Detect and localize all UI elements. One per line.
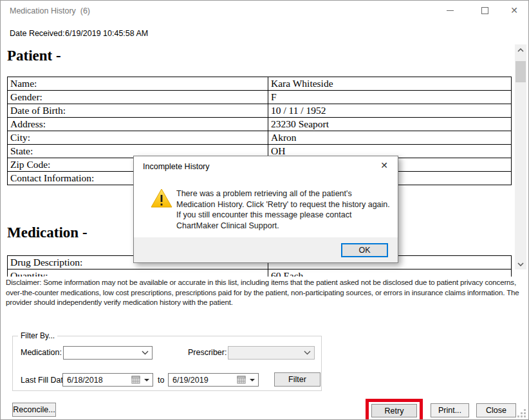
row-label: City: (8, 131, 268, 145)
medication-history-window: Medication History (6) ✕ Date Received: … (0, 0, 529, 420)
dialog-message: There was a problem retrieving all of th… (176, 188, 393, 231)
reconcile-button[interactable]: Reconcile... (12, 403, 56, 417)
title-bar: Medication History (6) ✕ (1, 1, 528, 21)
scroll-up-button[interactable] (515, 44, 526, 55)
incomplete-history-dialog: Incomplete History ✕ There was a problem… (133, 156, 398, 263)
retry-button[interactable]: Retry (371, 404, 417, 417)
table-row: City:Akron (8, 131, 512, 145)
close-button[interactable]: ✕ (501, 1, 527, 20)
dialog-footer: OK (134, 237, 398, 262)
chevron-down-icon (250, 379, 255, 381)
table-row: Address:23230 Seaport (8, 118, 512, 131)
to-date-picker[interactable]: 6/19/2019 (168, 373, 259, 387)
chevron-down-icon (304, 351, 311, 355)
warning-icon (151, 188, 172, 208)
row-value: F (268, 91, 512, 104)
maximize-button[interactable] (472, 1, 497, 20)
close-icon: ✕ (510, 6, 518, 15)
close-icon: ✕ (380, 160, 388, 170)
date-range-to-label: to (158, 376, 164, 385)
table-row: Name:Kara Whiteside (8, 77, 512, 91)
prescriber-filter-label: Prescriber: (188, 348, 227, 357)
chevron-down-icon (142, 351, 149, 355)
table-row: Date of Birth:10 / 11 / 1952 (8, 104, 512, 118)
chevron-up-icon (517, 48, 524, 52)
to-date-value: 6/19/2019 (172, 376, 209, 385)
row-label: Quantity: (8, 269, 268, 277)
medication-combobox[interactable] (63, 346, 153, 360)
row-label: Gender: (8, 91, 268, 104)
row-label: Address: (8, 118, 268, 131)
table-row: Quantity:60 Each (8, 269, 512, 277)
row-value: 23230 Seaport (268, 118, 512, 131)
from-date-value: 6/18/2018 (67, 376, 103, 385)
dialog-body: There was a problem retrieving all of th… (134, 176, 398, 239)
calendar-icon (131, 375, 141, 385)
dialog-close-button[interactable]: ✕ (375, 156, 394, 174)
disclaimer-text: Disclaimer: Some information may not be … (6, 278, 524, 308)
medication-filter-label: Medication: (21, 348, 62, 357)
date-received-row: Date Received: 6/19/2019 10:45:58 AM (10, 29, 64, 38)
ok-button-label: OK (358, 246, 370, 255)
row-label: Date of Birth: (8, 104, 268, 118)
close-dialog-button[interactable]: Close (476, 403, 516, 417)
calendar-icon (237, 375, 246, 385)
patient-heading: Patient - (7, 48, 61, 64)
prescriber-combobox[interactable] (228, 346, 315, 360)
minimize-icon (447, 10, 454, 11)
row-value: 60 Each (268, 269, 512, 277)
vertical-scrollbar[interactable] (515, 44, 526, 269)
scroll-down-button[interactable] (515, 259, 526, 269)
date-received-label: Date Received: (10, 29, 64, 38)
window-title: Medication History (6) (10, 6, 90, 15)
date-received-value: 6/19/2019 10:45:58 AM (65, 29, 148, 38)
medication-heading: Medication - (7, 224, 88, 241)
ok-button[interactable]: OK (341, 243, 388, 257)
resize-grip-icon[interactable] (517, 408, 526, 417)
from-date-picker[interactable]: 6/18/2018 (62, 373, 153, 387)
chevron-down-icon (144, 379, 149, 381)
print-button[interactable]: Print... (431, 403, 469, 417)
dialog-title: Incomplete History (143, 162, 210, 171)
chevron-down-icon (517, 262, 524, 266)
scrollbar-thumb[interactable] (515, 61, 526, 82)
minimize-button[interactable] (437, 1, 463, 20)
filter-button[interactable]: Filter (274, 372, 320, 387)
row-value: Akron (268, 131, 512, 145)
row-value: 10 / 11 / 1952 (268, 104, 512, 118)
table-row: Gender:F (8, 91, 512, 104)
row-label: Name: (8, 77, 268, 91)
filter-group-label: Filter By... (18, 331, 57, 340)
maximize-icon (481, 7, 488, 14)
row-value: Kara Whiteside (268, 77, 512, 91)
